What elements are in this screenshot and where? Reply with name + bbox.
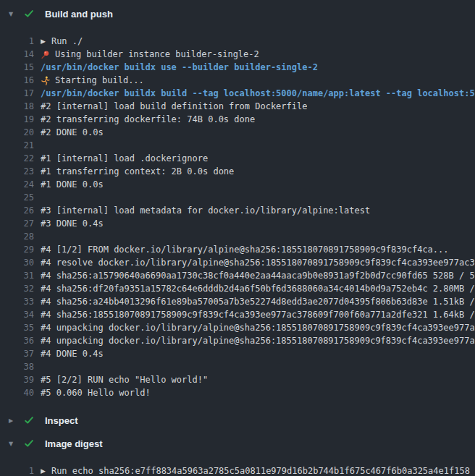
line-number[interactable]: 25 (0, 191, 34, 204)
log-text: #5 [2/2] RUN echo "Hello world!" (41, 373, 208, 386)
log-text: #4 sha256:df20fa9351a15782c64e6dddb2d4a6… (41, 282, 475, 295)
log-line: 33#4 sha256:a24bb4013296f61e89ba57005a7b… (0, 295, 475, 308)
line-content: /usr/bin/docker buildx build --tag local… (41, 87, 475, 100)
log-section-image-digest: ▼Image digest1▶Run echo sha256:e7ff8834a… (0, 433, 475, 476)
log-line: 27#3 DONE 0.4s (0, 217, 475, 230)
log-text: #4 resolve docker.io/library/alpine@sha2… (41, 256, 475, 269)
section-title: Image digest (45, 438, 102, 449)
line-content: #4 sha256:df20fa9351a15782c64e6dddb2d4a6… (41, 282, 475, 295)
line-number[interactable]: 30 (0, 256, 34, 269)
line-content: Using builder instance builder-single-2 (41, 48, 259, 61)
line-content: #2 [internal] load build definition from… (41, 100, 307, 113)
log-line: 32#4 sha256:df20fa9351a15782c64e6dddb2d4… (0, 282, 475, 295)
log-line: 17/usr/bin/docker buildx build --tag loc… (0, 87, 475, 100)
log-line: 38 (0, 360, 475, 373)
line-content: #1 DONE 0.0s (41, 178, 104, 191)
section-title: Inspect (45, 415, 78, 426)
line-number[interactable]: 22 (0, 152, 34, 165)
line-content: #4 DONE 0.4s (41, 347, 104, 360)
expand-group-icon[interactable]: ▶ (41, 35, 46, 48)
line-number[interactable]: 32 (0, 282, 34, 295)
log-line: 18#2 [internal] load build definition fr… (0, 100, 475, 113)
log-text: #4 unpacking docker.io/library/alpine@sh… (41, 321, 475, 334)
line-number[interactable]: 39 (0, 373, 34, 386)
line-number[interactable]: 33 (0, 295, 34, 308)
line-number[interactable]: 15 (0, 61, 34, 74)
line-number[interactable]: 26 (0, 204, 34, 217)
log-text: #4 sha256:a24bb4013296f61e89ba57005a7b3e… (41, 295, 475, 308)
line-number[interactable]: 29 (0, 243, 34, 256)
section-header-inspect[interactable]: ▶Inspect (0, 409, 475, 431)
line-content: #4 [1/2] FROM docker.io/library/alpine@s… (41, 243, 449, 256)
section-header-build-and-push[interactable]: ▼Build and push (0, 3, 475, 25)
log-text: #4 sha256:185518070891758909c9f839cf4ca3… (41, 308, 475, 321)
log-line: 22#1 [internal] load .dockerignore (0, 152, 475, 165)
check-icon (24, 9, 35, 19)
line-content: ▶Run echo sha256:e7ff8834a5963a2785c5a08… (41, 464, 470, 476)
log-line: 23#1 transferring context: 2B 0.0s done (0, 165, 475, 178)
log-text: #2 [internal] load build definition from… (41, 100, 307, 113)
log-text: /usr/bin/docker buildx use --builder bui… (41, 61, 318, 74)
line-content: #4 resolve docker.io/library/alpine@sha2… (41, 256, 475, 269)
log-text: #3 [internal] load metadata for docker.i… (41, 204, 370, 217)
line-number[interactable]: 17 (0, 87, 34, 100)
log-line: 30#4 resolve docker.io/library/alpine@sh… (0, 256, 475, 269)
line-number[interactable]: 21 (0, 139, 34, 152)
log-line: 35#4 unpacking docker.io/library/alpine@… (0, 321, 475, 334)
line-number[interactable]: 40 (0, 386, 34, 399)
line-number[interactable]: 28 (0, 230, 34, 243)
line-number[interactable]: 1 (0, 35, 34, 48)
log-section-inspect: ▶Inspect (0, 409, 475, 431)
chevron-right-icon: ▶ (6, 417, 16, 424)
log-line: 37#4 DONE 0.4s (0, 347, 475, 360)
line-number[interactable]: 23 (0, 165, 34, 178)
log-line: 39#5 [2/2] RUN echo "Hello world!" (0, 373, 475, 386)
section-header-image-digest[interactable]: ▼Image digest (0, 433, 475, 454)
log-line: 40#5 0.060 Hello world! (0, 386, 475, 399)
section-title: Build and push (45, 9, 113, 20)
log-line: 16Starting build... (0, 74, 475, 87)
line-number[interactable]: 31 (0, 269, 34, 282)
line-number[interactable]: 27 (0, 217, 34, 230)
line-number[interactable]: 18 (0, 100, 34, 113)
log-line: 15/usr/bin/docker buildx use --builder b… (0, 61, 475, 74)
log-section-build-and-push: ▼Build and push1▶Run ./14Using builder i… (0, 3, 475, 409)
line-number[interactable]: 38 (0, 360, 34, 373)
section-body-image-digest: 1▶Run echo sha256:e7ff8834a5963a2785c5a0… (0, 456, 475, 476)
log-line: 29#4 [1/2] FROM docker.io/library/alpine… (0, 243, 475, 256)
log-line: 19#2 transferring dockerfile: 74B 0.0s d… (0, 113, 475, 126)
log-line: 28 (0, 230, 475, 243)
log-text: Starting build... (55, 74, 144, 87)
line-number[interactable]: 14 (0, 48, 34, 61)
line-content: #2 DONE 0.0s (41, 126, 104, 139)
log-text: Run echo sha256:e7ff8834a5963a2785c5a081… (51, 464, 470, 476)
log-line: 31#4 sha256:a15790640a6690aa1730c38cf0a4… (0, 269, 475, 282)
pushpin-icon (41, 49, 50, 59)
line-content: #1 transferring context: 2B 0.0s done (41, 165, 234, 178)
line-content: #5 [2/2] RUN echo "Hello world!" (41, 373, 208, 386)
log-text: /usr/bin/docker buildx build --tag local… (41, 87, 475, 100)
line-content: #4 unpacking docker.io/library/alpine@sh… (41, 334, 475, 347)
line-number[interactable]: 1 (0, 464, 34, 476)
log-text: Using builder instance builder-single-2 (55, 48, 259, 61)
line-number[interactable]: 24 (0, 178, 34, 191)
line-number[interactable]: 35 (0, 321, 34, 334)
line-number[interactable]: 34 (0, 308, 34, 321)
line-number[interactable]: 20 (0, 126, 34, 139)
log-text: #4 sha256:a15790640a6690aa1730c38cf0a440… (41, 269, 475, 282)
chevron-down-icon: ▼ (6, 11, 16, 17)
runner-icon (41, 75, 50, 85)
line-number[interactable]: 16 (0, 74, 34, 87)
line-content: #5 0.060 Hello world! (41, 386, 151, 399)
log-line: 21 (0, 139, 475, 152)
log-text: #4 [1/2] FROM docker.io/library/alpine@s… (41, 243, 449, 256)
line-content: #3 [internal] load metadata for docker.i… (41, 204, 370, 217)
log-text: Run ./ (51, 35, 83, 48)
line-number[interactable]: 37 (0, 347, 34, 360)
log-line: 36#4 unpacking docker.io/library/alpine@… (0, 334, 475, 347)
line-number[interactable]: 36 (0, 334, 34, 347)
expand-group-icon[interactable]: ▶ (41, 464, 46, 476)
check-icon (24, 438, 35, 449)
line-number[interactable]: 19 (0, 113, 34, 126)
log-text: #2 DONE 0.0s (41, 126, 104, 139)
